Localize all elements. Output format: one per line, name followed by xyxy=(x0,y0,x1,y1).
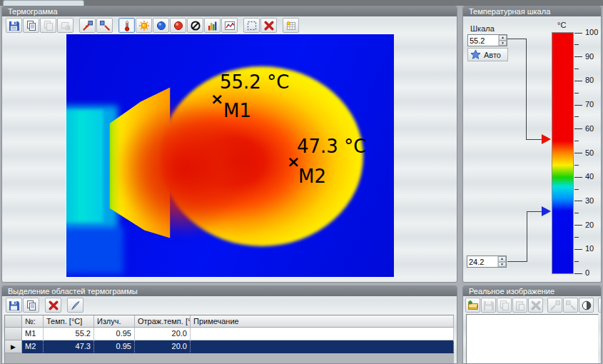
auto-button-label: Авто xyxy=(484,51,501,59)
colorbar-tick-label: 20 xyxy=(585,221,594,229)
temperature-scale-panel: Температурная шкала Шкала ▲ ▼ Авто ▲ ▼ °… xyxy=(462,6,602,283)
scale-max-spinner: ▲ ▼ xyxy=(467,34,507,46)
column-header-note[interactable]: Примечание xyxy=(191,315,454,328)
scale-max-up-icon[interactable]: ▲ xyxy=(499,35,507,41)
copy-icon[interactable] xyxy=(23,18,39,33)
colorbar-tick-label: 0 xyxy=(585,268,589,277)
max-wire xyxy=(526,139,542,140)
contrast-icon[interactable] xyxy=(579,298,594,313)
colorbar-tick-label: 10 xyxy=(585,244,594,253)
star-icon xyxy=(470,49,481,60)
marker-m2-temp-label: 47.3 °C xyxy=(297,136,366,157)
colorbar-tick-label: 70 xyxy=(585,100,594,108)
colorbar-minor-tick xyxy=(574,116,579,117)
enlarge-icon[interactable] xyxy=(547,298,562,313)
thermal-hotspot xyxy=(116,101,251,237)
row-selector[interactable] xyxy=(5,328,22,340)
fit-window-icon[interactable] xyxy=(57,18,74,33)
colorbar-minor-tick xyxy=(574,44,579,45)
cut-icon[interactable] xyxy=(40,18,56,33)
real-image-toolbar xyxy=(465,298,602,313)
table-row[interactable]: M1 55.2 0.95 20.0 xyxy=(5,328,454,340)
table-row-selected[interactable]: ▶ M2 47.3 0.95 20.0 xyxy=(5,340,454,353)
shrink-icon[interactable] xyxy=(96,18,113,33)
regions-table-header: №: Темп. [°C] Излуч. Отраж.темп. [° Прим… xyxy=(5,315,454,328)
thermal-socket xyxy=(66,110,103,223)
save-icon[interactable] xyxy=(6,298,22,313)
iron-palette-icon[interactable] xyxy=(136,18,152,33)
no-palette-icon[interactable] xyxy=(187,18,203,33)
thermal-image[interactable]: 55.2 °C × M1 47.3 °C × M2 xyxy=(66,34,394,277)
scale-min-up-icon[interactable]: ▲ xyxy=(498,256,506,262)
scale-min-down-icon[interactable]: ▼ xyxy=(498,262,506,268)
blue-palette-icon[interactable] xyxy=(153,18,169,33)
delete-icon[interactable] xyxy=(260,18,277,33)
regions-table: №: Темп. [°C] Излуч. Отраж.темп. [° Прим… xyxy=(4,315,454,364)
thermogram-panel: Термограмма xyxy=(1,6,457,283)
max-wire xyxy=(507,39,527,39)
temperature-colorbar[interactable] xyxy=(552,32,574,274)
column-header-reflected-temp[interactable]: Отраж.темп. [° xyxy=(135,315,191,328)
row-selector-active[interactable]: ▶ xyxy=(5,340,22,353)
regions-panel-title: Выделение областей термограммы xyxy=(2,286,457,296)
column-header-temp[interactable]: Темп. [°C] xyxy=(44,315,94,328)
min-level-marker[interactable] xyxy=(542,206,551,216)
column-header-emissivity[interactable]: Излуч. xyxy=(94,315,135,328)
cell-temp: 47.3 xyxy=(44,340,94,353)
max-level-marker[interactable] xyxy=(542,134,551,144)
colorbar-major-tick xyxy=(574,105,582,106)
colorbar-tick-label: 60 xyxy=(585,124,594,133)
delete-icon[interactable] xyxy=(528,298,543,313)
copy-icon[interactable] xyxy=(23,298,39,313)
window-top-strip xyxy=(0,0,603,6)
scale-min-input[interactable] xyxy=(467,256,497,267)
min-wire xyxy=(507,261,527,262)
scale-unit-label: °C xyxy=(557,21,566,29)
paste-icon[interactable] xyxy=(512,298,527,313)
thermal-base-glow xyxy=(66,227,123,274)
open-folder-icon[interactable] xyxy=(465,298,480,313)
enlarge-icon[interactable] xyxy=(79,18,96,33)
thermometer-palette-icon[interactable] xyxy=(118,18,135,33)
colorbar-tick-label: 100 xyxy=(585,28,598,36)
marker-m2-id-label: M2 xyxy=(298,166,326,187)
shrink-icon[interactable] xyxy=(563,298,578,313)
grid-icon[interactable] xyxy=(283,18,299,33)
row-selector-header[interactable] xyxy=(5,315,22,328)
column-header-id[interactable]: №: xyxy=(22,315,44,328)
real-image-view[interactable] xyxy=(466,314,599,364)
real-image-panel-title: Реальное изображение xyxy=(463,286,601,296)
marker-m1-temp-label: 55.2 °C xyxy=(220,71,289,93)
thermogram-toolbar xyxy=(6,18,300,33)
max-wire xyxy=(526,39,527,140)
colorbar-major-tick xyxy=(574,225,582,226)
colorbar-tick-label: 80 xyxy=(585,76,594,84)
colorbar-major-tick xyxy=(574,56,582,57)
marker-m1-cross[interactable]: × xyxy=(211,91,223,107)
zoom-in-icon[interactable] xyxy=(598,298,602,313)
colorbar-major-tick xyxy=(574,177,582,178)
delete-icon[interactable] xyxy=(45,298,61,313)
colorbar-minor-tick xyxy=(574,93,579,93)
select-region-icon[interactable] xyxy=(243,18,260,33)
scale-max-down-icon[interactable]: ▼ xyxy=(499,41,507,46)
colorbar-minor-tick xyxy=(574,165,579,166)
red-palette-icon[interactable] xyxy=(170,18,186,33)
colorbar-major-tick xyxy=(574,128,582,129)
histogram-icon[interactable] xyxy=(204,18,221,33)
auto-button[interactable]: Авто xyxy=(467,48,508,61)
profile-chart-icon[interactable] xyxy=(221,18,238,33)
save-icon[interactable] xyxy=(481,298,496,313)
min-wire xyxy=(527,211,527,262)
save-icon[interactable] xyxy=(6,18,22,33)
edit-feather-icon[interactable] xyxy=(67,298,83,313)
min-wire xyxy=(527,211,542,212)
app-window: Термограмма xyxy=(0,0,603,364)
colorbar-minor-tick xyxy=(574,141,579,141)
copy-icon[interactable] xyxy=(497,298,512,313)
scale-max-input[interactable] xyxy=(468,35,498,46)
colorbar-major-tick xyxy=(574,81,582,81)
colorbar-minor-tick xyxy=(574,69,579,69)
regions-panel: Выделение областей термограммы №: Темп. … xyxy=(1,285,457,364)
colorbar-minor-tick xyxy=(574,189,579,190)
